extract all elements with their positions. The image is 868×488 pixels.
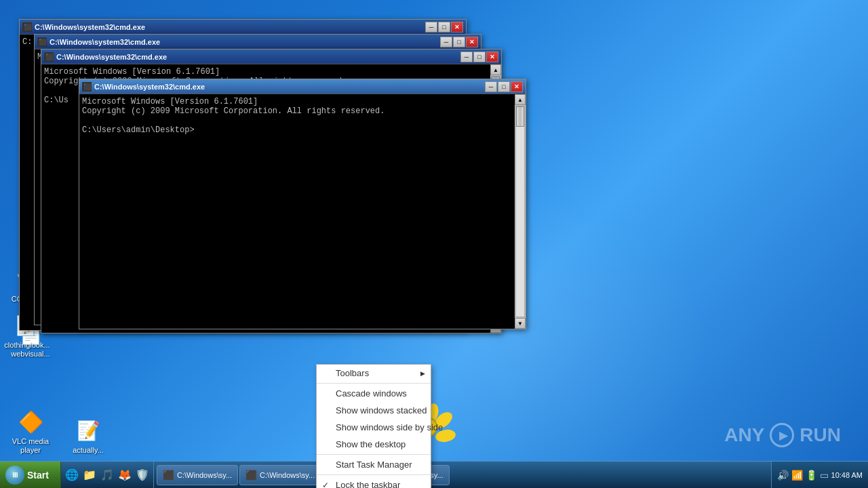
menu-item-toolbars[interactable]: Toolbars bbox=[317, 365, 431, 382]
taskbar: ⊞ Start 🌐 📁 🎵 🦊 🛡️ ⬛ C:\Windows\sy... ⬛ … bbox=[0, 461, 868, 488]
cmd-icon-1: ⬛ bbox=[22, 22, 32, 32]
taskbar-task-2-label: C:\Windows\sy... bbox=[260, 471, 315, 479]
menu-label-show-desktop: Show the desktop bbox=[336, 439, 406, 449]
menu-separator-1 bbox=[317, 383, 431, 384]
clothinglook-label: clothinglook... bbox=[4, 341, 50, 350]
system-time[interactable]: 10:48 AM bbox=[831, 471, 863, 479]
menu-item-side-by-side[interactable]: Show windows side by side bbox=[317, 419, 431, 436]
scroll-track-4 bbox=[515, 106, 525, 317]
cmd-maximize-3[interactable]: □ bbox=[473, 52, 486, 62]
quick-launch: 🌐 📁 🎵 🦊 🛡️ bbox=[61, 462, 154, 488]
sys-network-icon[interactable]: 📶 bbox=[791, 470, 803, 481]
cmd4-line3 bbox=[82, 116, 512, 125]
start-orb: ⊞ bbox=[5, 466, 24, 485]
cmd-controls-2: ─ □ ✕ bbox=[440, 37, 478, 47]
cmd-minimize-3[interactable]: ─ bbox=[460, 52, 473, 62]
cmd-titlebar-4[interactable]: ⬛ C:\Windows\system32\cmd.exe ─ □ ✕ bbox=[79, 79, 526, 94]
cmd4-line4: C:\Users\admin\Desktop> bbox=[82, 125, 512, 135]
sys-battery-icon[interactable]: 🔋 bbox=[806, 470, 817, 481]
scroll-down-4[interactable]: ▼ bbox=[515, 318, 526, 329]
actually-label: actually... bbox=[73, 446, 104, 455]
cmd-close-3[interactable]: ✕ bbox=[486, 52, 498, 62]
desktop: 🗑️ Re... 📁 Ope... S Skype 📄 webvisual...… bbox=[0, 0, 868, 488]
cmd-body-container-4: Microsoft Windows [Version 6.1.7601] Cop… bbox=[79, 94, 526, 329]
menu-label-toolbars: Toolbars bbox=[336, 368, 369, 378]
cmd-title-2: C:\Windows\system32\cmd.exe bbox=[50, 38, 440, 46]
menu-label-cascade: Cascade windows bbox=[336, 388, 407, 399]
quick-launch-firefox[interactable]: 🦊 bbox=[117, 467, 133, 483]
cmd-title-1: C:\Windows\system32\cmd.exe bbox=[35, 23, 425, 31]
desktop-icon-area-bottom: 🔶 VLC media player 📝 actually... bbox=[0, 406, 119, 458]
cmd-controls-3: ─ □ ✕ bbox=[460, 52, 498, 62]
cmd-title-3: C:\Windows\system32\cmd.exe bbox=[56, 53, 460, 61]
taskbar-task-1-icon: ⬛ bbox=[163, 470, 174, 481]
taskbar-task-2-icon: ⬛ bbox=[245, 470, 257, 481]
taskbar-task-2[interactable]: ⬛ C:\Windows\sy... bbox=[239, 465, 321, 485]
cmd-maximize-1[interactable]: □ bbox=[438, 22, 450, 33]
menu-item-lock-taskbar[interactable]: Lock the taskbar bbox=[317, 476, 431, 488]
sys-volume-icon[interactable]: 🔊 bbox=[777, 470, 789, 481]
cmd-icon-2: ⬛ bbox=[37, 37, 47, 47]
taskbar-tasks: ⬛ C:\Windows\sy... ⬛ C:\Windows\sy... ⬛ … bbox=[154, 462, 771, 488]
cmd-maximize-4[interactable]: □ bbox=[498, 81, 510, 92]
menu-label-side-by-side: Show windows side by side bbox=[336, 422, 443, 432]
desktop-icon-actually[interactable]: 📝 actually... bbox=[61, 415, 115, 458]
cmd-titlebar-3[interactable]: ⬛ C:\Windows\system32\cmd.exe ─ □ ✕ bbox=[41, 49, 501, 64]
cmd-body-4[interactable]: Microsoft Windows [Version 6.1.7601] Cop… bbox=[79, 94, 515, 329]
menu-item-task-manager[interactable]: Start Task Manager bbox=[317, 456, 431, 473]
cmd-maximize-2[interactable]: □ bbox=[453, 37, 465, 47]
scroll-up-3[interactable]: ▲ bbox=[490, 64, 501, 75]
cmd-minimize-1[interactable]: ─ bbox=[425, 22, 437, 33]
vlc-label: VLC media player bbox=[6, 437, 55, 455]
menu-separator-2 bbox=[317, 454, 431, 455]
actually-icon: 📝 bbox=[75, 418, 102, 445]
cmd-icon-3: ⬛ bbox=[44, 52, 54, 62]
menu-label-lock-taskbar: Lock the taskbar bbox=[336, 480, 400, 488]
cmd-minimize-2[interactable]: ─ bbox=[440, 37, 452, 47]
scroll-up-4[interactable]: ▲ bbox=[515, 94, 526, 105]
cmd-controls-1: ─ □ ✕ bbox=[425, 22, 463, 33]
menu-separator-3 bbox=[317, 474, 431, 475]
taskbar-context-menu: Toolbars Cascade windows Show windows st… bbox=[316, 364, 431, 488]
quick-launch-explorer[interactable]: 📁 bbox=[81, 467, 98, 483]
cmd-controls-4: ─ □ ✕ bbox=[485, 81, 523, 92]
taskbar-task-1-label: C:\Windows\sy... bbox=[177, 471, 232, 479]
cmd-icon-4: ⬛ bbox=[82, 82, 92, 92]
cmd-close-4[interactable]: ✕ bbox=[511, 81, 523, 92]
taskbar-system-tray: 🔊 📶 🔋 ▭ 10:48 AM bbox=[771, 462, 868, 488]
quick-launch-ie[interactable]: 🌐 bbox=[64, 467, 80, 483]
vlc-icon: 🔶 bbox=[17, 409, 44, 436]
cmd-titlebar-1[interactable]: ⬛ C:\Windows\system32\cmd.exe ─ □ ✕ bbox=[20, 20, 466, 35]
scroll-thumb-4 bbox=[516, 106, 524, 127]
cmd-titlebar-2[interactable]: ⬛ C:\Windows\system32\cmd.exe ─ □ ✕ bbox=[35, 35, 481, 49]
cmd-minimize-4[interactable]: ─ bbox=[485, 81, 497, 92]
cmd4-line2: Copyright (c) 2009 Microsoft Corporation… bbox=[82, 106, 512, 116]
quick-launch-media[interactable]: 🎵 bbox=[99, 467, 115, 483]
cmd-close-2[interactable]: ✕ bbox=[466, 37, 478, 47]
cmd-window-4[interactable]: ⬛ C:\Windows\system32\cmd.exe ─ □ ✕ Micr… bbox=[79, 79, 526, 329]
menu-item-cascade[interactable]: Cascade windows bbox=[317, 385, 431, 402]
cmd-scrollbar-4[interactable]: ▲ ▼ bbox=[515, 94, 526, 329]
clock-time: 10:48 AM bbox=[831, 471, 863, 479]
quick-launch-security[interactable]: 🛡️ bbox=[134, 467, 151, 483]
menu-label-stacked: Show windows stacked bbox=[336, 405, 427, 415]
taskbar-task-1[interactable]: ⬛ C:\Windows\sy... bbox=[157, 465, 238, 485]
menu-item-show-desktop[interactable]: Show the desktop bbox=[317, 436, 431, 453]
menu-label-task-manager: Start Task Manager bbox=[336, 460, 412, 470]
desktop-icon-vlc[interactable]: 🔶 VLC media player bbox=[3, 406, 58, 458]
cmd4-line1: Microsoft Windows [Version 6.1.7601] bbox=[82, 97, 512, 106]
start-label: Start bbox=[27, 470, 49, 481]
menu-item-stacked[interactable]: Show windows stacked bbox=[317, 402, 431, 419]
cmd-title-4: C:\Windows\system32\cmd.exe bbox=[94, 83, 485, 91]
sys-show-desktop-btn[interactable]: ▭ bbox=[820, 470, 829, 481]
start-button[interactable]: ⊞ Start bbox=[0, 462, 61, 488]
cmd-close-1[interactable]: ✕ bbox=[451, 22, 463, 33]
cmd-content-line1: Microsoft Windows [Version 6.1.7601] bbox=[44, 67, 488, 77]
